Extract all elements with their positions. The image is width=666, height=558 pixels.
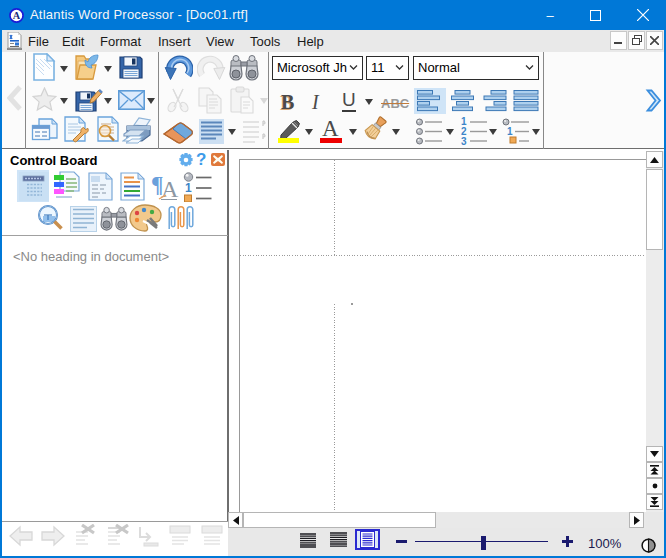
svg-text:3: 3 xyxy=(461,136,467,146)
svg-text:1: 1 xyxy=(185,181,192,195)
svg-text:A: A xyxy=(13,10,21,21)
svg-text:1: 1 xyxy=(507,126,513,137)
